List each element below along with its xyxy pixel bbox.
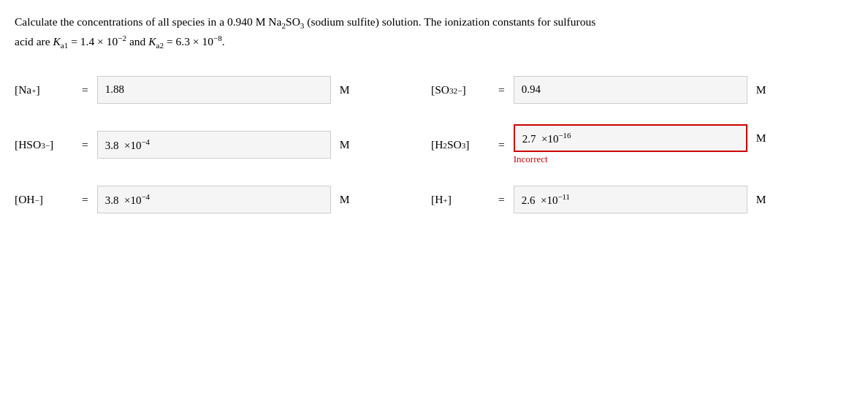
h2so3-value: 2.7 ×10−16: [522, 131, 571, 145]
na-equals: =: [82, 83, 88, 96]
h-input[interactable]: 2.6 ×10−11: [514, 186, 747, 213]
na-label: [Na+]: [15, 83, 73, 96]
oh-row: [OH−] = 3.8 ×10−4 M: [15, 186, 402, 213]
so3-unit: M: [756, 83, 766, 96]
hso3-unit: M: [340, 138, 350, 151]
h2so3-unit: M: [756, 132, 766, 145]
na-row: [Na+] = 1.88 M: [15, 76, 402, 104]
h-unit: M: [756, 193, 766, 206]
na-unit: M: [340, 83, 350, 96]
h2so3-input[interactable]: 2.7 ×10−16: [514, 124, 747, 152]
so3-row: [SO32−] = 0.94 M: [431, 76, 818, 104]
hso3-label: [HSO3−]: [15, 138, 73, 151]
oh-unit: M: [340, 193, 350, 206]
h2so3-equals: =: [498, 138, 505, 151]
na-value: 1.88: [105, 83, 124, 96]
na-input[interactable]: 1.88: [97, 76, 331, 104]
hso3-value: 3.8 ×10−4: [105, 137, 150, 152]
so3-equals: =: [498, 83, 505, 96]
hso3-input[interactable]: 3.8 ×10−4: [97, 131, 331, 159]
oh-equals: =: [82, 193, 88, 206]
so3-input[interactable]: 0.94: [514, 76, 747, 104]
h-row: [H+] = 2.6 ×10−11 M: [431, 186, 818, 213]
h2so3-cell: 2.7 ×10−16 M Incorrect: [514, 124, 766, 165]
so3-value: 0.94: [522, 83, 541, 96]
hso3-equals: =: [82, 138, 88, 151]
answer-grid: [Na+] = 1.88 M [SO32−] = 0.94 M [HSO3−] …: [15, 76, 818, 213]
h2so3-label: [H2SO3]: [431, 138, 490, 151]
so3-label: [SO32−]: [431, 83, 490, 96]
oh-label: [OH−]: [15, 193, 73, 206]
h-label: [H+]: [431, 193, 490, 206]
hso3-row: [HSO3−] = 3.8 ×10−4 M: [15, 124, 402, 165]
oh-input[interactable]: 3.8 ×10−4: [97, 186, 331, 213]
problem-statement: Calculate the concentrations of all spec…: [15, 13, 818, 53]
h-equals: =: [498, 193, 505, 206]
problem-line1: Calculate the concentrations of all spec…: [15, 13, 818, 32]
incorrect-label: Incorrect: [514, 153, 766, 165]
oh-value: 3.8 ×10−4: [105, 192, 150, 207]
h2so3-row: [H2SO3] = 2.7 ×10−16 M Incorrect: [431, 124, 818, 165]
problem-line2: acid are Ka1 = 1.4 × 10−2 and Ka2 = 6.3 …: [15, 32, 818, 53]
h-value: 2.6 ×10−11: [522, 192, 570, 207]
